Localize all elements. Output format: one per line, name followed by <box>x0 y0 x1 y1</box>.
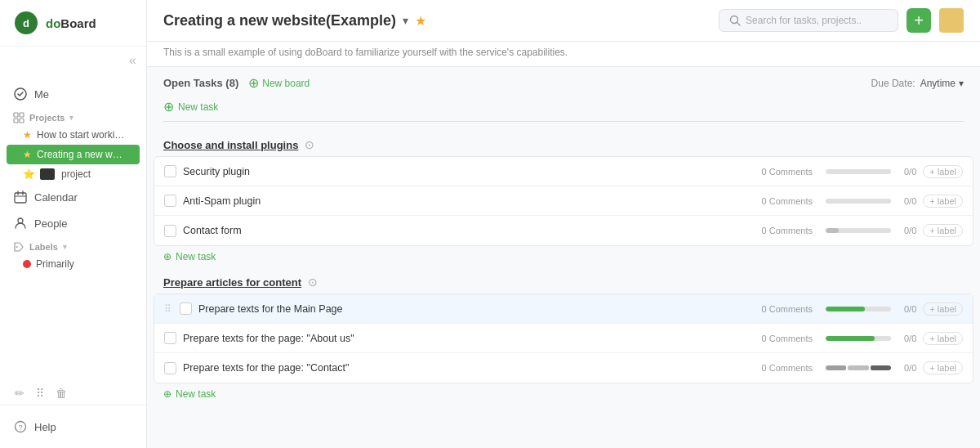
help-item[interactable]: ? Help <box>13 414 133 440</box>
me-icon <box>13 87 28 101</box>
task-checkbox[interactable] <box>164 165 176 177</box>
task-progress-bar <box>826 336 891 341</box>
task-label-button[interactable]: + label <box>923 332 963 345</box>
sidebar-item-project2[interactable]: ★ Creating a new web... <box>7 145 140 164</box>
task-name: Prepare texts for the page: "About us" <box>183 333 755 344</box>
task-comments: 0 Comments <box>762 363 813 373</box>
sidebar-item-label: Calendar <box>34 191 78 204</box>
main-content: Creating a new website(Example) ▾ ★ Sear… <box>147 0 980 448</box>
collapse-button[interactable]: « <box>0 47 146 74</box>
drag-handle-icon[interactable]: ⠿ <box>164 303 172 315</box>
group-info-icon[interactable]: ⊙ <box>305 138 314 151</box>
task-checkbox[interactable] <box>164 332 176 344</box>
new-board-label: New board <box>262 78 310 89</box>
group-new-task-plugins[interactable]: ⊕ New task <box>147 246 980 269</box>
search-box[interactable]: Search for tasks, projects.. <box>719 9 898 32</box>
task-label-button[interactable]: + label <box>923 195 963 208</box>
plus-circle-icon: ⊕ <box>248 75 259 91</box>
sidebar-section-projects[interactable]: Projects ▾ <box>0 107 146 125</box>
svg-rect-7 <box>15 193 26 203</box>
edit-icon[interactable]: ✏ <box>13 385 26 401</box>
sidebar-item-calendar[interactable]: Calendar <box>0 184 146 210</box>
projects-icon <box>13 112 24 123</box>
progress-segment-2 <box>848 365 868 370</box>
content-area: Open Tasks (8) ⊕ New board Due Date: Any… <box>147 67 980 448</box>
task-ratio: 0/0 <box>904 226 916 235</box>
table-row: Prepare texts for the page: "Contact" 0 … <box>154 353 973 383</box>
svg-rect-4 <box>20 113 24 117</box>
task-group-plugins: Choose and install plugins ⊙ Security pl… <box>147 132 980 269</box>
group-new-task-articles[interactable]: ⊕ New task <box>147 383 980 406</box>
progress-segment-1 <box>826 365 846 370</box>
header-right: Search for tasks, projects.. + <box>719 8 964 33</box>
collapse-icon: « <box>129 53 136 68</box>
new-task-button-top[interactable]: ⊕ New task <box>163 99 218 114</box>
add-button[interactable]: + <box>906 8 931 33</box>
due-date-select[interactable]: Anytime ▾ <box>920 78 964 89</box>
task-name: Prepare texts for the Main Page <box>198 303 755 315</box>
plus-circle-icon: ⊕ <box>163 388 172 400</box>
task-label-button[interactable]: + label <box>923 361 963 374</box>
task-progress-bar <box>826 228 891 233</box>
task-checkbox[interactable] <box>164 195 176 207</box>
new-task-label: New task <box>178 101 218 113</box>
title-star-icon[interactable]: ★ <box>415 13 426 29</box>
people-icon <box>13 216 28 231</box>
task-progress-bar <box>826 199 891 204</box>
help-label: Help <box>34 421 56 433</box>
task-label-button[interactable]: + label <box>923 302 963 316</box>
svg-rect-3 <box>14 113 18 117</box>
due-date-value: Anytime <box>920 78 956 89</box>
sidebar-item-project1[interactable]: ★ How to start workin... <box>0 125 146 145</box>
sidebar-item-project3[interactable]: ⭐ project <box>0 164 146 184</box>
sidebar-section-labels[interactable]: Labels ▾ <box>0 236 146 254</box>
sidebar-action-icons: ✏ ⠿ 🗑 <box>0 382 146 405</box>
project3-color-block <box>40 168 55 180</box>
task-progress-fill <box>826 228 839 233</box>
logo: d doBoard <box>0 0 146 47</box>
project1-label: How to start workin... <box>37 129 127 141</box>
task-checkbox[interactable] <box>164 362 176 374</box>
toolbar-right: Due Date: Anytime ▾ <box>871 78 964 89</box>
help-icon: ? <box>13 419 28 434</box>
task-ratio: 0/0 <box>904 304 916 314</box>
divider-top <box>163 121 964 122</box>
task-group-articles: Prepare articles for content ⊙ ⠿ Prepare… <box>147 269 980 406</box>
avatar[interactable] <box>939 8 964 33</box>
task-progress-bar <box>826 307 891 311</box>
labels-label: Labels <box>29 242 58 252</box>
task-name: Anti-Spam plugin <box>183 195 755 207</box>
new-board-button[interactable]: ⊕ New board <box>248 75 310 91</box>
plus-circle-sm-icon: ⊕ <box>163 99 174 114</box>
due-date-chevron-icon: ▾ <box>959 78 964 89</box>
task-label-button[interactable]: + label <box>923 224 963 237</box>
sidebar-item-me[interactable]: Me <box>0 81 146 107</box>
table-row: ⠿ Prepare texts for the Main Page 0 Comm… <box>154 294 973 324</box>
open-tasks-label: Open Tasks (8) <box>163 77 238 89</box>
project3-label: project <box>61 168 91 180</box>
task-checkbox[interactable] <box>180 302 192 315</box>
table-row: Prepare texts for the page: "About us" 0… <box>154 324 973 353</box>
task-comments: 0 Comments <box>762 196 813 206</box>
drag-icon[interactable]: ⠿ <box>34 385 46 401</box>
task-list-articles: ⠿ Prepare texts for the Main Page 0 Comm… <box>154 293 973 383</box>
subtitle-bar: This is a small example of using doBoard… <box>147 42 980 67</box>
sidebar-item-label: People <box>34 217 67 230</box>
project2-label: Creating a new web... <box>37 149 127 160</box>
star-icon: ★ <box>23 149 32 160</box>
sidebar-item-people[interactable]: People <box>0 210 146 236</box>
task-list-plugins: Security plugin 0 Comments 0/0 + label A… <box>154 156 973 246</box>
group-info-icon-2[interactable]: ⊙ <box>308 276 318 289</box>
title-chevron-icon[interactable]: ▾ <box>403 14 408 27</box>
new-task-row-top: ⊕ New task <box>147 96 980 121</box>
page-title: Creating a new website(Example) <box>163 12 396 29</box>
sidebar-item-primarily[interactable]: Primarily <box>0 254 146 274</box>
task-label-button[interactable]: + label <box>923 165 963 178</box>
plus-circle-icon: ⊕ <box>163 251 172 262</box>
svg-point-9 <box>16 246 18 248</box>
task-comments: 0 Comments <box>762 226 813 235</box>
task-checkbox[interactable] <box>164 225 176 237</box>
task-comments: 0 Comments <box>762 304 813 314</box>
trash-icon[interactable]: 🗑 <box>54 385 69 401</box>
sidebar-footer[interactable]: ? Help <box>0 405 146 448</box>
